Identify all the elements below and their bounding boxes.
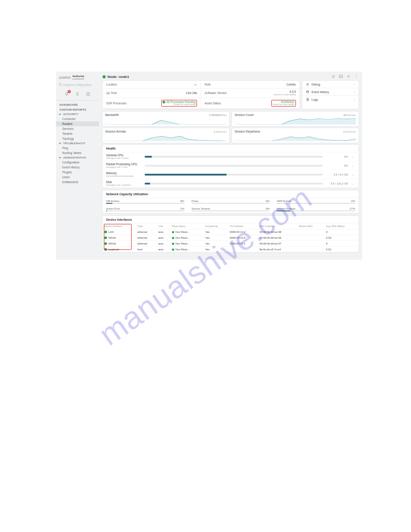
nav-item-event-history[interactable]: Event History	[56, 165, 99, 170]
col-link[interactable]: Link	[156, 223, 170, 229]
nav-group-troubleshoot[interactable]: TROUBLESHOOT	[56, 141, 99, 146]
asset-status[interactable]: RUNNING Hover for more details	[271, 100, 296, 107]
health-section: Health General CPUAveraged over 3 cores4…	[103, 145, 359, 188]
nav-item-configuration[interactable]: Configuration	[56, 160, 99, 165]
brand: JUNIPER Authority conductor	[56, 73, 99, 82]
user-icon[interactable]	[75, 91, 80, 97]
brand-subtitle: conductor	[72, 77, 84, 80]
status-ok-icon	[103, 75, 106, 78]
status-ok-icon	[104, 231, 107, 233]
logs-button[interactable]: Logs›	[302, 96, 359, 103]
metric-disk[interactable]: DiskAveraged over 1 partition3.8 / 125.2…	[103, 179, 359, 188]
notif-badge: 9	[68, 90, 71, 93]
nav-item-plugins[interactable]: Plugins	[56, 170, 99, 175]
brand-logo: JUNIPER	[59, 76, 70, 79]
svg-point-5	[88, 93, 89, 94]
status-ok-icon	[104, 236, 107, 239]
svg-line-1	[61, 86, 62, 86]
col-mac-address[interactable]: MAC Address	[258, 223, 297, 229]
chevron-down-icon[interactable]: ⌄	[351, 164, 355, 167]
node-info-card: Location— RoleCombo Up Time11m 24s Softw…	[103, 81, 300, 109]
svg-rect-6	[339, 75, 342, 78]
nav-item-entitlements[interactable]: Entitlements	[56, 180, 99, 184]
chevron-down-icon[interactable]: ⌄	[351, 173, 355, 176]
interface-row-lan[interactable]: LANethernetautoNon Redu...Yes0000:00:14.…	[103, 229, 359, 235]
capacity-flows: Flows0%	[188, 198, 274, 206]
main: Node: node1 ⋮ Location— RoleCombo Up Tim…	[99, 72, 362, 260]
interface-row-loopback[interactable]: loopbackhostautoNon Redu...Yes8e:0c:eb:c…	[103, 247, 359, 253]
nav-item-users[interactable]: Users	[56, 175, 99, 180]
capacity-arp-entries: ARP Entries0%	[273, 198, 359, 206]
bell-icon[interactable]: 9	[64, 91, 69, 97]
calendar-icon	[306, 90, 309, 94]
col-forwarding[interactable]: Forwarding	[203, 223, 228, 229]
chevron-down-icon[interactable]: ⌄	[351, 155, 355, 159]
status-ok-icon	[172, 249, 174, 251]
capacity-fib-entries: FIB Entries8%	[103, 198, 188, 206]
col-avg-b-w-mbps-[interactable]: Avg. B/W (Mbps)	[324, 223, 359, 229]
app-shell: JUNIPER Authority conductor Explore Conf…	[56, 72, 362, 260]
metric-general-cpu[interactable]: General CPUAveraged over 3 cores4%⌄	[103, 152, 359, 161]
device-interfaces-section: Device Interfaces Device InterfaceTypeLi…	[103, 216, 359, 252]
event-history-button[interactable]: Event History›	[302, 88, 359, 96]
nav-item-routing-tables[interactable]: Routing Tables	[56, 150, 99, 155]
nav-group-administration[interactable]: ADMINISTRATION	[56, 155, 99, 160]
chevron-down-icon[interactable]: ⌄	[351, 182, 355, 185]
nav-item-tenants[interactable]: Tenants	[56, 131, 99, 136]
chart-session-arrivals[interactable]: Session Arrivals1Sessions/s	[103, 128, 229, 143]
capacity-source-tenants: Source Tenants0%	[188, 206, 274, 213]
col-device-interface[interactable]: Device Interface	[103, 223, 136, 229]
capacity-access-policies: Access Policies17%	[273, 206, 359, 213]
status-ok-icon	[172, 231, 174, 233]
nav-item-conductor[interactable]: Conductor	[56, 116, 99, 121]
col-type[interactable]: Type	[136, 223, 156, 229]
status-ok-icon	[172, 243, 174, 245]
capacity-action-pool: Action Pool1%	[103, 206, 188, 213]
svg-point-2	[77, 93, 78, 94]
col-pci-address[interactable]: PCI Address	[228, 223, 258, 229]
nav-item-routers[interactable]: Routers	[56, 121, 99, 126]
bug-icon	[306, 82, 309, 86]
metric-packet-processing-cpu[interactable]: Packet Processing CPUAveraged over 1 cor…	[103, 161, 359, 170]
svg-point-8	[307, 84, 308, 85]
nav-item-topology[interactable]: Topology	[56, 136, 99, 141]
status-ok-icon	[104, 242, 107, 245]
status-ok-icon	[172, 237, 174, 239]
status-ok-icon	[104, 248, 107, 251]
nav-group-authority[interactable]: AUTHORITY	[56, 112, 99, 116]
metric-memory[interactable]: MemoryConsumed by all processes3.9 / 8.4…	[103, 170, 359, 179]
nav-dashboard[interactable]: DASHBOARD	[56, 102, 99, 107]
nav-item-ping[interactable]: Ping	[56, 146, 99, 150]
sidebar-toolbar: 9	[56, 88, 99, 100]
page-title: Node: node1	[103, 75, 129, 79]
chart-bandwidth[interactable]: Bandwidth0.004628Mbps	[103, 112, 229, 126]
chart-session-count[interactable]: Session Count23Sessions	[232, 112, 359, 126]
terminal-icon[interactable]	[339, 74, 343, 79]
search-input[interactable]: Explore Configuration	[56, 82, 99, 88]
capacity-section: Network Capacity Utilization FIB Entries…	[103, 190, 359, 213]
info-icon[interactable]	[86, 91, 91, 97]
processes-status[interactable]: All Processes Running Hover for more det…	[161, 100, 197, 107]
gear-icon[interactable]	[347, 74, 351, 79]
power-icon[interactable]	[331, 74, 335, 79]
interface-row-wan1[interactable]: WAN1ethernetautoNon Redu...Yes0000:00:14…	[103, 235, 359, 241]
actions-card: Debug› Event History› Logs›	[302, 81, 359, 109]
doc-icon	[306, 98, 309, 101]
search-icon	[59, 83, 62, 86]
page-title-actions: ⋮	[331, 74, 359, 79]
col-shared-mac[interactable]: Shared MAC	[297, 223, 324, 229]
nav-custom-reports[interactable]: CUSTOM REPORTS	[56, 107, 99, 112]
svg-rect-9	[307, 91, 309, 93]
interface-row-wan2[interactable]: WAN2ethernetautoNon Redu...Yes0000:00:14…	[103, 241, 359, 247]
chart-session-departures[interactable]: Session Departures1Sessions/s	[232, 128, 359, 143]
sidebar: JUNIPER Authority conductor Explore Conf…	[56, 72, 99, 260]
debug-button[interactable]: Debug›	[302, 81, 359, 88]
nav-item-services[interactable]: Services	[56, 126, 99, 131]
svg-point-0	[59, 83, 61, 86]
col-redundancy[interactable]: Redundancy	[170, 223, 203, 229]
svg-point-7	[348, 76, 349, 77]
